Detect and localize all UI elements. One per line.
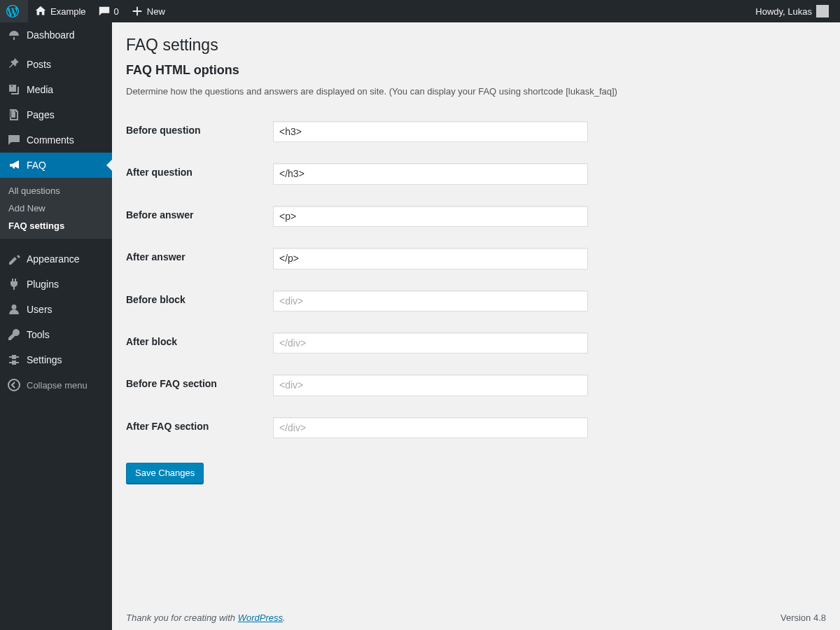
- wp-logo-button[interactable]: [0, 0, 28, 22]
- setting-row: After answer: [126, 237, 826, 279]
- comments-icon: [7, 133, 21, 147]
- howdy-text: Howdy, Lukas: [755, 6, 812, 17]
- submenu-item[interactable]: All questions: [0, 182, 112, 200]
- sidebar-item-label: Pages: [27, 109, 55, 120]
- wordpress-icon: [6, 4, 20, 18]
- setting-input[interactable]: [273, 248, 588, 269]
- home-icon: [34, 4, 48, 18]
- sidebar-item-media[interactable]: Media: [0, 77, 112, 102]
- appearance-icon: [7, 252, 21, 266]
- setting-input[interactable]: [273, 206, 588, 227]
- setting-label: Before question: [126, 111, 266, 153]
- new-content-link[interactable]: New: [125, 0, 171, 22]
- footer-thanks: Thank you for creating with WordPress.: [126, 612, 286, 623]
- sidebar-item-label: Settings: [27, 354, 62, 365]
- setting-row: After FAQ section: [126, 407, 826, 449]
- sidebar-item-label: Posts: [27, 59, 51, 70]
- version-text: Version 4.8: [780, 612, 826, 623]
- collapse-menu-button[interactable]: Collapse menu: [0, 372, 112, 398]
- setting-row: Before block: [126, 280, 826, 322]
- setting-label: After answer: [126, 237, 266, 279]
- setting-label: Before block: [126, 280, 266, 322]
- sidebar-item-users[interactable]: Users: [0, 297, 112, 322]
- plus-icon: [130, 4, 144, 18]
- sidebar-item-comments[interactable]: Comments: [0, 127, 112, 153]
- admin-sidebar: DashboardPostsMediaPagesCommentsFAQAll q…: [0, 22, 112, 630]
- setting-label: After question: [126, 153, 266, 195]
- comments-link[interactable]: 0: [92, 0, 125, 22]
- settings-icon: [7, 353, 21, 367]
- svg-point-0: [8, 379, 20, 391]
- new-label: New: [147, 6, 165, 17]
- sidebar-item-label: Dashboard: [27, 29, 75, 41]
- setting-input[interactable]: [273, 417, 588, 438]
- content-area: FAQ settings FAQ HTML options Determine …: [112, 22, 840, 630]
- sidebar-item-appearance[interactable]: Appearance: [0, 246, 112, 272]
- setting-label: After block: [126, 322, 266, 364]
- page-subtitle: FAQ HTML options: [126, 63, 826, 78]
- account-link[interactable]: Howdy, Lukas: [750, 0, 834, 22]
- sidebar-item-plugins[interactable]: Plugins: [0, 272, 112, 297]
- submenu-item[interactable]: FAQ settings: [0, 217, 112, 234]
- sidebar-item-posts[interactable]: Posts: [0, 52, 112, 77]
- save-button[interactable]: Save Changes: [126, 463, 204, 484]
- sidebar-item-label: Users: [27, 304, 52, 315]
- comment-icon: [97, 4, 111, 18]
- setting-label: Before FAQ section: [126, 364, 266, 406]
- submenu-item[interactable]: Add New: [0, 200, 112, 217]
- sidebar-item-label: Tools: [27, 329, 50, 340]
- setting-input[interactable]: [273, 290, 588, 312]
- setting-row: After question: [126, 153, 826, 195]
- setting-label: After FAQ section: [126, 407, 266, 449]
- sidebar-item-label: Comments: [27, 134, 74, 146]
- collapse-label: Collapse menu: [27, 380, 88, 391]
- page-title: FAQ settings: [126, 29, 826, 57]
- sidebar-item-tools[interactable]: Tools: [0, 322, 112, 347]
- site-name: Example: [50, 6, 86, 17]
- setting-input[interactable]: [273, 332, 588, 354]
- sidebar-item-label: FAQ: [27, 160, 46, 171]
- admin-footer: Thank you for creating with WordPress. V…: [126, 612, 826, 623]
- users-icon: [7, 302, 21, 316]
- setting-input[interactable]: [273, 374, 588, 396]
- plugin-icon: [7, 277, 21, 291]
- setting-input[interactable]: [273, 121, 588, 142]
- setting-label: Before answer: [126, 195, 266, 237]
- sidebar-item-settings[interactable]: Settings: [0, 347, 112, 372]
- avatar-icon: [816, 5, 829, 18]
- sidebar-item-faq[interactable]: FAQ: [0, 153, 112, 178]
- sidebar-item-label: Plugins: [27, 279, 59, 290]
- sidebar-item-pages[interactable]: Pages: [0, 102, 112, 127]
- sidebar-item-label: Appearance: [27, 253, 80, 265]
- page-description: Determine how the questions and answers …: [126, 86, 826, 97]
- setting-row: Before answer: [126, 195, 826, 237]
- admin-toolbar: Example 0 New Howdy, Lukas: [0, 0, 840, 22]
- setting-row: Before FAQ section: [126, 364, 826, 406]
- site-name-link[interactable]: Example: [28, 0, 92, 22]
- wordpress-link[interactable]: WordPress: [238, 612, 283, 623]
- pin-icon: [7, 57, 21, 71]
- megaphone-icon: [7, 158, 21, 172]
- media-icon: [7, 83, 21, 97]
- sidebar-item-label: Media: [27, 84, 53, 95]
- settings-form: Before questionAfter questionBefore answ…: [126, 111, 826, 449]
- setting-row: After block: [126, 322, 826, 364]
- sidebar-item-dashboard[interactable]: Dashboard: [0, 22, 112, 48]
- comments-count: 0: [114, 6, 119, 17]
- collapse-icon: [7, 378, 21, 392]
- dashboard-icon: [7, 28, 21, 42]
- setting-input[interactable]: [273, 163, 588, 184]
- setting-row: Before question: [126, 111, 826, 153]
- pages-icon: [7, 108, 21, 122]
- sidebar-submenu: All questionsAdd NewFAQ settings: [0, 178, 112, 239]
- tools-icon: [7, 328, 21, 342]
